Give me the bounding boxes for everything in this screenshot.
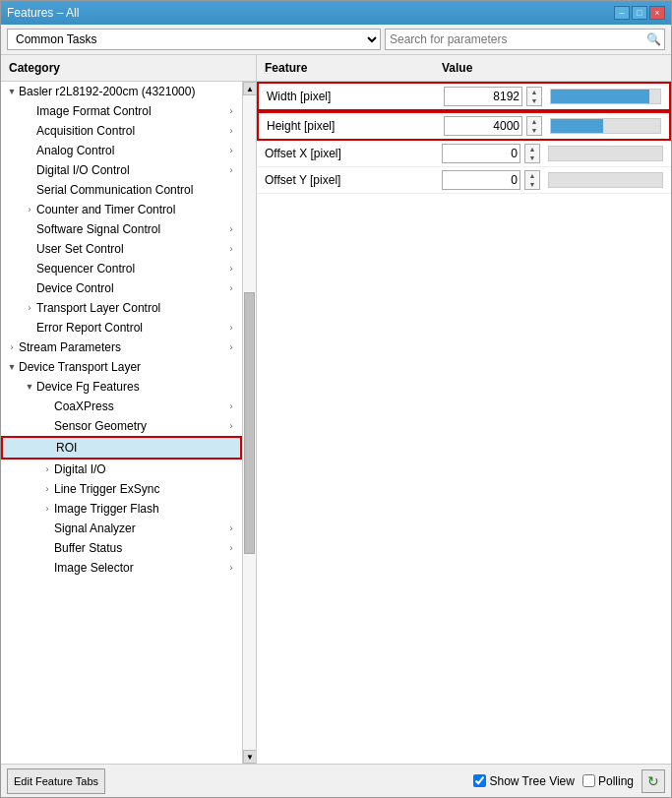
feature-row-offset-x: Offset X [pixel]▲▼ [257,141,671,167]
feature-spinner-width[interactable]: ▲▼ [526,87,542,106]
tree-item-serial-comm[interactable]: Serial Communication Control [1,180,242,200]
tree-label-user-set: User Set Control [36,242,224,256]
tree-toggle-device-fg[interactable]: ▼ [23,380,36,394]
tree-item-digital-io2[interactable]: ›Digital I/O [1,460,242,479]
tree-item-acquisition[interactable]: Acquisition Control› [1,121,242,141]
scroll-thumb[interactable] [244,292,255,554]
tree-item-roi[interactable]: ROI [1,436,242,460]
tree-label-image-selector: Image Selector [54,561,224,575]
edit-feature-tabs-button[interactable]: Edit Feature Tabs [7,768,105,794]
spinner-up-offset-x[interactable]: ▲ [525,145,539,153]
tree-item-signal-analyzer[interactable]: Signal Analyzer› [1,519,242,538]
task-dropdown[interactable]: Common Tasks [7,29,381,50]
tree-toggle-user-set [23,242,36,256]
spinner-up-offset-y[interactable]: ▲ [525,171,539,180]
tree-label-coaxpress: CoaXPress [54,399,224,413]
tree-label-acquisition: Acquisition Control [36,124,224,138]
tree-item-counter-timer[interactable]: ›Counter and Timer Control [1,200,242,219]
tree-item-stream-params[interactable]: ›Stream Parameters› [1,338,242,357]
tree-item-basler[interactable]: ▼Basler r2L8192-200cm (4321000) [1,82,242,101]
restore-button[interactable]: □ [632,6,647,20]
feature-value-area-width: ▲▼ [444,87,661,106]
feature-slider-height[interactable] [550,118,661,134]
feature-header: Feature Value [257,55,671,82]
feature-spinner-height[interactable]: ▲▼ [526,116,542,136]
spinner-down-width[interactable]: ▼ [527,96,541,105]
tree-arrow-image-selector: › [224,561,238,575]
spinner-down-offset-x[interactable]: ▼ [525,153,539,162]
tree-toggle-transport-layer[interactable]: › [23,301,36,315]
spinner-up-width[interactable]: ▲ [527,88,541,96]
tree-item-sequencer[interactable]: Sequencer Control› [1,259,242,278]
feature-value-area-offset-y: ▲▼ [442,170,663,190]
feature-slider-offset-y[interactable] [548,172,663,188]
main-window: Features – All – □ × Common Tasks 🔍 Cate… [0,0,672,798]
polling-checkbox-label: Polling [582,774,634,788]
tree-arrow-device-control: › [224,281,238,295]
tree-label-device-transport: Device Transport Layer [19,360,238,374]
feature-input-offset-y[interactable] [442,170,520,190]
polling-label: Polling [598,774,634,788]
feature-slider-width[interactable] [550,89,661,104]
spinner-down-offset-y[interactable]: ▼ [525,180,539,189]
tree-item-device-control[interactable]: Device Control› [1,278,242,298]
spinner-down-height[interactable]: ▼ [527,126,541,135]
spinner-up-height[interactable]: ▲ [527,117,541,126]
tree-arrow-image-format: › [224,104,238,118]
scroll-up-button[interactable]: ▲ [243,82,256,95]
tree-item-sensor-geometry[interactable]: Sensor Geometry› [1,416,242,436]
left-panel: Category ▼Basler r2L8192-200cm (4321000)… [1,55,257,764]
tree-arrow-analog: › [224,144,238,157]
tree-scrollbar[interactable]: ▲ ▼ [242,82,256,764]
tree-toggle-coaxpress [40,399,54,413]
tree-toggle-image-trigger[interactable]: › [40,502,54,516]
tree-arrow-coaxpress: › [224,399,238,413]
tree-toggle-digital-io2[interactable]: › [40,462,54,476]
feature-spinner-offset-y[interactable]: ▲▼ [524,170,540,190]
window-controls: – □ × [614,6,665,20]
tree-item-line-trigger[interactable]: ›Line Trigger ExSync [1,479,242,499]
tree-item-device-transport[interactable]: ▼Device Transport Layer [1,357,242,377]
tree-toggle-serial-comm [23,183,36,197]
refresh-button[interactable]: ↻ [641,769,665,793]
scroll-down-button[interactable]: ▼ [243,750,256,764]
tree-toggle-basler[interactable]: ▼ [5,85,19,98]
feature-input-width[interactable] [444,87,522,106]
tree-toggle-counter-timer[interactable]: › [23,203,36,216]
tree-toggle-stream-params[interactable]: › [5,340,19,354]
tree-item-error-report[interactable]: Error Report Control› [1,318,242,338]
slider-fill-height [551,119,603,133]
tree-toggle-acquisition [23,124,36,138]
tree-label-basler: Basler r2L8192-200cm (4321000) [19,85,238,98]
tree-label-software-signal: Software Signal Control [36,222,224,236]
feature-spinner-offset-x[interactable]: ▲▼ [524,144,540,163]
show-tree-checkbox[interactable] [473,774,486,787]
tree-item-software-signal[interactable]: Software Signal Control› [1,219,242,239]
tree-arrow-software-signal: › [224,222,238,236]
close-button[interactable]: × [649,6,665,20]
search-input[interactable] [385,29,665,50]
feature-slider-offset-x[interactable] [548,146,663,161]
tree-item-analog[interactable]: Analog Control› [1,141,242,160]
tree-item-user-set[interactable]: User Set Control› [1,239,242,259]
feature-input-height[interactable] [444,116,522,136]
tree-item-device-fg[interactable]: ▼Device Fg Features [1,377,242,397]
tree-item-transport-layer[interactable]: ›Transport Layer Control [1,298,242,318]
tree-item-digital-io[interactable]: Digital I/O Control› [1,160,242,180]
tree-toggle-analog [23,144,36,157]
tree-toggle-line-trigger[interactable]: › [40,482,54,496]
feature-input-offset-x[interactable] [442,144,520,163]
bottom-bar: Edit Feature Tabs Show Tree View Polling… [1,764,671,797]
tree-item-coaxpress[interactable]: CoaXPress› [1,397,242,416]
polling-checkbox[interactable] [582,774,595,787]
tree-toggle-software-signal [23,222,36,236]
task-dropdown-wrapper: Common Tasks [7,29,381,50]
tree-item-image-selector[interactable]: Image Selector› [1,558,242,578]
feature-name-width: Width [pixel] [267,90,444,103]
tree-toggle-device-transport[interactable]: ▼ [5,360,19,374]
minimize-button[interactable]: – [614,6,630,20]
tree-item-image-trigger[interactable]: ›Image Trigger Flash [1,499,242,519]
tree-item-image-format[interactable]: Image Format Control› [1,101,242,121]
tree-item-buffer-status[interactable]: Buffer Status› [1,538,242,558]
tree-area[interactable]: ▼Basler r2L8192-200cm (4321000)Image For… [1,82,242,764]
